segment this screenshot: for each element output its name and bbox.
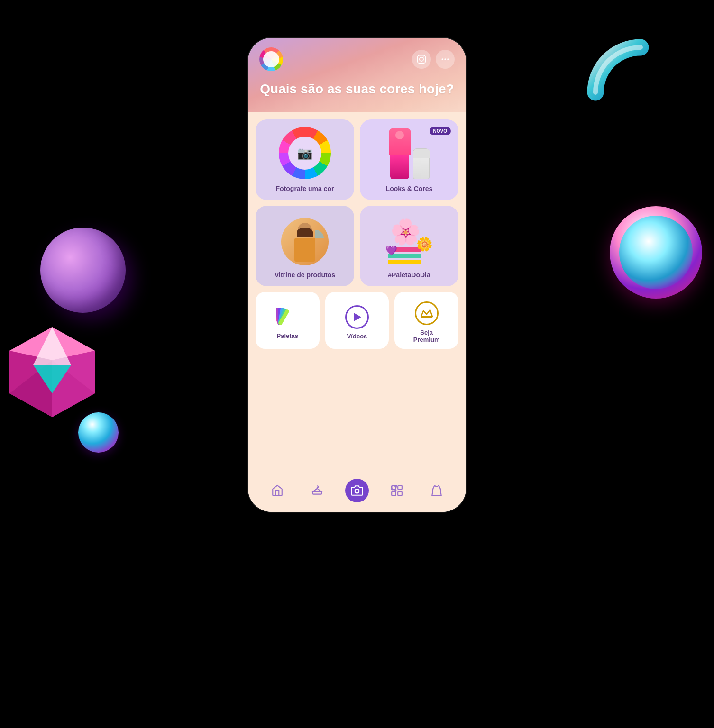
header-top [259,47,455,71]
outfit-shoe [413,148,430,179]
instagram-button[interactable] [412,50,431,69]
nav-wardrobe[interactable] [305,479,329,502]
card-videos-label: Vídeos [347,333,367,340]
bg-orb-small [78,412,119,453]
nav-home[interactable] [265,479,289,502]
crown-icon [421,308,433,318]
header-area: Quais são as suas cores hoje? [248,38,466,112]
header-title: Quais são as suas cores hoje? [259,81,455,98]
card-looks-label: Looks & Cores [386,185,433,192]
card-premium-label: SejaPremium [413,329,440,343]
dress-icon [430,484,443,497]
card-fotografe-label: Fotografe uma cor [276,185,334,192]
svg-point-9 [420,57,423,61]
nav-camera[interactable] [345,479,369,502]
card-paleta-dia-label: #PaletaDoDia [388,271,430,279]
bg-arc-cyan [586,38,695,147]
bg-gem-shape [5,322,100,422]
play-icon [354,313,361,321]
bg-orb-right [610,206,702,299]
phone-frame: Quais são as suas cores hoje? 📷 Fotograf… [248,38,466,512]
card-premium[interactable]: SejaPremium [394,292,458,349]
svg-rect-25 [392,491,396,496]
main-area: 📷 Fotografe uma cor NOVO [248,112,466,474]
svg-point-22 [355,489,359,493]
hanger-icon [311,484,323,497]
card-vitrine[interactable]: Vitrine de produtos [256,206,354,286]
camera-emoji: 📷 [297,146,312,161]
color-wheel: 📷 [279,127,331,179]
bg-purple-sphere [40,228,126,313]
svg-point-10 [423,57,424,58]
svg-rect-24 [398,485,402,490]
nav-grid[interactable] [385,479,409,502]
card-vitrine-label: Vitrine de produtos [275,271,335,279]
looks-image [389,129,430,179]
svg-marker-20 [421,310,432,317]
app-logo [259,47,283,71]
bottom-nav [248,474,466,512]
svg-rect-21 [421,317,432,318]
grid-icon [391,484,403,497]
more-button[interactable] [436,50,455,69]
phone-wrapper: Quais são as suas cores hoje? 📷 Fotograf… [248,38,466,687]
card-paleta-dia[interactable]: 🌸 🌼 💜 #PaletaDoDia [360,206,458,286]
play-button [345,305,369,329]
paletas-icon [276,305,299,328]
crown-button [415,301,439,325]
home-icon [271,484,284,497]
paleta-dia-image: 🌸 🌼 💜 [383,218,435,265]
novo-badge: NOVO [430,127,451,135]
svg-point-11 [442,58,443,60]
card-paletas-label: Paletas [277,332,299,339]
nav-dress[interactable] [425,479,449,502]
grid-row-1: 📷 Fotografe uma cor NOVO [256,119,458,200]
svg-point-13 [447,58,449,60]
outfit-top [389,128,411,179]
card-videos[interactable]: Vídeos [325,292,389,349]
svg-rect-26 [398,491,402,496]
card-fotografe[interactable]: 📷 Fotografe uma cor [256,119,354,200]
vitrine-image [281,218,329,265]
card-paletas[interactable]: Paletas [256,292,320,349]
svg-rect-8 [418,55,426,64]
bottom-row: Paletas Vídeos [256,292,458,349]
svg-point-12 [444,58,446,60]
header-icons [412,50,455,69]
app-content: Quais são as suas cores hoje? 📷 Fotograf… [248,38,466,512]
camera-nav-icon [351,484,363,497]
grid-row-2: Vitrine de produtos [256,206,458,286]
card-looks[interactable]: NOVO [360,119,458,200]
